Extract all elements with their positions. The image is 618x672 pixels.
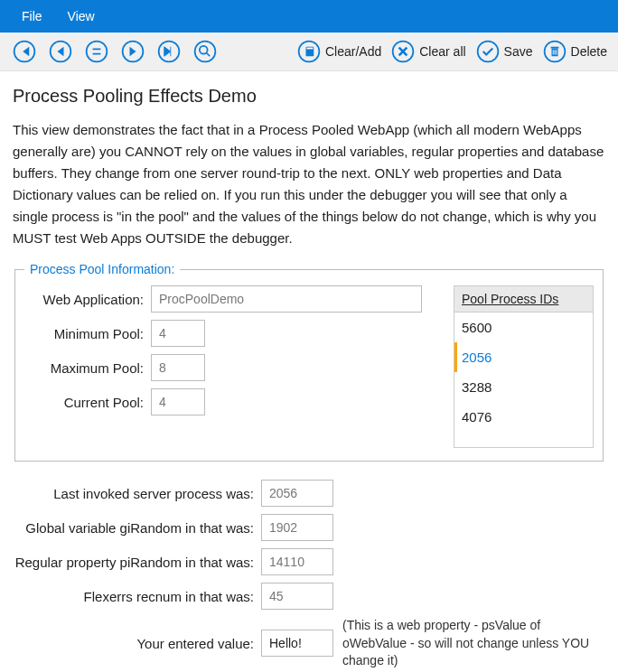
save-label: Save bbox=[504, 44, 533, 59]
menu-view[interactable]: View bbox=[55, 5, 108, 27]
list-item[interactable]: 5600 bbox=[454, 313, 593, 342]
web-app-input[interactable] bbox=[151, 285, 422, 313]
cur-pool-label: Current Pool: bbox=[24, 395, 151, 410]
list-item[interactable]: 2056 bbox=[454, 342, 593, 372]
entered-input[interactable] bbox=[261, 630, 333, 657]
intro-text: This view demonstrates the fact that in … bbox=[13, 119, 605, 249]
max-pool-input[interactable] bbox=[151, 354, 205, 381]
clear-add-label: Clear/Add bbox=[325, 44, 381, 59]
min-pool-label: Minimum Pool: bbox=[24, 326, 151, 341]
prev-icon[interactable] bbox=[47, 38, 74, 65]
last-proc-input[interactable] bbox=[261, 480, 333, 507]
first-icon[interactable] bbox=[11, 38, 38, 65]
menu-icon[interactable] bbox=[83, 38, 110, 65]
clear-all-button[interactable]: Clear all bbox=[390, 39, 465, 64]
svg-point-16 bbox=[477, 42, 498, 62]
gi-random-label: Global variable giRandom in that was: bbox=[13, 520, 261, 536]
svg-point-8 bbox=[200, 46, 208, 54]
last-icon[interactable] bbox=[155, 38, 183, 65]
toolbar: Clear/Add Clear all Save Delete bbox=[0, 33, 618, 71]
pool-ids-list[interactable]: 5600205632884076 bbox=[454, 313, 594, 448]
save-button[interactable]: Save bbox=[475, 39, 533, 64]
next-icon[interactable] bbox=[119, 38, 146, 65]
flexerrs-input[interactable] bbox=[261, 583, 333, 610]
web-app-label: Web Application: bbox=[24, 292, 151, 307]
page-title: Process Pooling Effects Demo bbox=[13, 86, 605, 107]
entered-label: Your entered value: bbox=[13, 636, 261, 651]
delete-button[interactable]: Delete bbox=[542, 39, 607, 64]
flexerrs-label: Flexerrs recnum in that was: bbox=[13, 589, 261, 604]
svg-point-7 bbox=[195, 42, 216, 62]
svg-point-2 bbox=[87, 42, 108, 62]
cur-pool-input[interactable] bbox=[151, 388, 205, 415]
entered-note: (This is a web property - psValue of oWe… bbox=[342, 617, 605, 670]
min-pool-input[interactable] bbox=[151, 320, 205, 347]
svg-rect-12 bbox=[306, 48, 313, 50]
menubar: File View bbox=[0, 0, 618, 33]
gi-random-input[interactable] bbox=[261, 514, 333, 541]
svg-line-9 bbox=[207, 53, 211, 57]
list-item[interactable]: 3288 bbox=[454, 372, 593, 402]
clear-add-button[interactable]: Clear/Add bbox=[296, 39, 381, 64]
pool-info-group: Process Pool Information: Web Applicatio… bbox=[14, 262, 604, 462]
svg-rect-19 bbox=[550, 47, 558, 49]
delete-label: Delete bbox=[571, 44, 607, 59]
menu-file[interactable]: File bbox=[9, 5, 55, 27]
pool-info-legend: Process Pool Information: bbox=[24, 262, 180, 276]
pi-random-input[interactable] bbox=[261, 548, 333, 575]
max-pool-label: Maximum Pool: bbox=[24, 360, 151, 376]
pool-ids-header: Pool Process IDs bbox=[454, 285, 594, 313]
list-item[interactable]: 4076 bbox=[454, 402, 593, 432]
pi-random-label: Regular property piRandom in that was: bbox=[13, 555, 261, 570]
clear-all-label: Clear all bbox=[419, 44, 465, 59]
search-icon[interactable] bbox=[192, 38, 219, 65]
last-proc-label: Last invoked server process was: bbox=[13, 486, 261, 501]
